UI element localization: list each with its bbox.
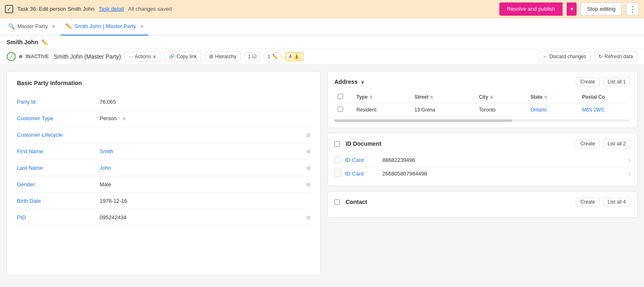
id-doc-type-2: ID Card <box>345 171 378 177</box>
actions-button[interactable]: ··· Actions ∨ <box>124 52 161 62</box>
warning-badge-icon: ⚠️ <box>293 54 300 59</box>
address-col-postal: Postal Co <box>579 91 630 103</box>
lifecycle-icon[interactable]: ⊞ <box>306 132 310 138</box>
contact-card-header: Contact Create List all 4 <box>334 197 630 206</box>
field-row-customer-type: Customer Type Person ∨ <box>17 110 310 127</box>
badge2-num: 1 <box>267 54 270 59</box>
gender-icon[interactable]: ⊞ <box>306 182 310 187</box>
tab-smith-john-master-party[interactable]: ✏️ Smith John | Master Party × <box>60 18 149 36</box>
contact-create-button[interactable]: Create <box>576 197 600 206</box>
pid-label: PID <box>17 214 100 221</box>
birth-date-label: Birth Date <box>17 198 100 204</box>
customer-type-value: Person ∨ <box>100 115 310 121</box>
actions-dots-icon: ··· <box>129 54 133 59</box>
address-col-type: Type ⇅ <box>353 91 411 103</box>
address-state-cell: Ontario <box>527 103 579 117</box>
address-col-state: State ⇅ <box>527 91 579 103</box>
discard-icon: ← <box>543 54 548 59</box>
id-doc-arrow-1[interactable]: › <box>628 157 630 163</box>
id-doc-select-all[interactable] <box>334 141 340 147</box>
edit-tab-icon: ✏️ <box>65 23 72 29</box>
field-row-customer-lifecycle: Customer Lifecycle ⊞ <box>17 127 310 143</box>
id-doc-num-2: 266805807984498 <box>382 171 624 177</box>
id-doc-row-1: ID Card 88682239496 › <box>334 153 630 167</box>
id-doc-check-2[interactable] <box>334 170 341 177</box>
address-list-button[interactable]: List all 1 <box>603 77 630 86</box>
main-content: Basic Party Information Party Id 76,065 … <box>0 64 644 282</box>
master-party-tab-close[interactable]: × <box>52 23 55 30</box>
resolve-publish-button[interactable]: Resolve and publish <box>499 2 563 16</box>
status-dot <box>19 55 22 58</box>
address-row-checkbox[interactable] <box>338 107 343 112</box>
pid-value: 095242434 ⊞ <box>100 214 310 221</box>
address-table: Type ⇅ Street ⇅ City ⇅ State <box>334 91 630 117</box>
top-bar: ✓ Task 36: Edit person Smith John Task d… <box>0 0 644 18</box>
address-card-title: Address ∨ <box>334 78 572 85</box>
street-sort-icon[interactable]: ⇅ <box>430 95 433 100</box>
address-row-check <box>334 103 353 117</box>
first-name-icon[interactable]: ⊞ <box>306 149 310 154</box>
birth-date-value: 1978-12-16 <box>100 198 310 204</box>
task-check-icon: ✓ <box>5 5 13 13</box>
hierarchy-button[interactable]: ⊞ Hierarchy <box>205 52 241 62</box>
id-doc-create-button[interactable]: Create <box>576 139 600 148</box>
party-id-value: 76,065 <box>100 99 310 105</box>
resolve-dropdown-button[interactable]: ▾ <box>567 2 577 16</box>
type-sort-icon[interactable]: ⇅ <box>369 95 372 100</box>
id-doc-card-title: ID Document <box>346 140 572 147</box>
city-sort-icon[interactable]: ⇅ <box>490 95 493 100</box>
circle-check-icon: ✓ <box>7 52 16 61</box>
task-detail-link[interactable]: Task detail <box>98 6 124 12</box>
address-postal-cell: M6S 2W5 <box>579 103 630 117</box>
last-name-icon[interactable]: ⊞ <box>306 165 310 171</box>
basic-info-title: Basic Party Information <box>17 80 310 86</box>
copy-link-button[interactable]: 🔗 Copy link <box>164 52 201 62</box>
address-select-all-checkbox[interactable] <box>338 94 343 99</box>
refresh-data-button[interactable]: ↻ Refresh data <box>594 52 637 62</box>
saved-label: All changes saved <box>128 6 172 12</box>
id-doc-list-button[interactable]: List all 2 <box>603 139 630 148</box>
address-create-button[interactable]: Create <box>576 77 600 86</box>
gender-value: Male ⊞ <box>100 181 310 187</box>
id-doc-card-header: ID Document Create List all 2 <box>334 139 630 148</box>
address-row: Resident: 13 Grena Toronto Ontario M6S 2… <box>334 103 630 117</box>
record-header: Smith John ✏️ <box>0 36 644 49</box>
badge3-num: 4 <box>289 54 292 59</box>
status-label: INACTIVE <box>26 54 49 59</box>
smith-john-tab-label: Smith John | Master Party <box>74 23 136 29</box>
record-edit-icon[interactable]: ✏️ <box>41 39 48 45</box>
field-row-gender: Gender Male ⊞ <box>17 176 310 193</box>
stop-editing-button[interactable]: Stop editing <box>581 2 622 16</box>
last-name-value: John ⊞ <box>100 165 310 171</box>
address-city-cell: Toronto <box>476 103 527 117</box>
field-row-birth-date: Birth Date 1978-12-16 <box>17 193 310 209</box>
party-id-label: Party Id <box>17 99 100 105</box>
right-panel: Address ∨ Create List all 1 Type ⇅ <box>327 71 637 275</box>
address-scroll-hint <box>334 119 630 122</box>
id-doc-num-1: 88682239496 <box>382 157 624 163</box>
first-name-value: Smith ⊞ <box>100 148 310 154</box>
state-sort-icon[interactable]: ⇅ <box>544 95 547 100</box>
id-doc-arrow-2[interactable]: › <box>628 170 630 177</box>
tab-master-party[interactable]: 🔍 Master Party × <box>3 18 60 36</box>
contact-select-all[interactable] <box>334 199 340 205</box>
contact-card: Contact Create List all 4 <box>327 191 637 218</box>
address-street-cell: 13 Grena <box>411 103 476 117</box>
pid-icon[interactable]: ⊞ <box>306 215 310 221</box>
address-chevron-icon[interactable]: ∨ <box>361 80 364 85</box>
customer-type-label: Customer Type <box>17 115 100 121</box>
contact-card-title: Contact <box>346 199 572 205</box>
hierarchy-icon: ⊞ <box>209 54 213 59</box>
customer-type-dropdown-icon[interactable]: ∨ <box>122 116 126 121</box>
gender-label: Gender <box>17 181 100 187</box>
actions-chevron-icon: ∨ <box>153 54 156 59</box>
address-col-check <box>334 91 353 103</box>
refresh-icon: ↻ <box>599 54 603 59</box>
discard-changes-button[interactable]: ← Discard changes <box>538 52 591 62</box>
record-name: Smith John <box>7 39 38 45</box>
more-options-button[interactable]: ⋮ <box>626 2 639 16</box>
contact-list-button[interactable]: List all 4 <box>603 197 630 206</box>
badge-warning: 4 ⚠️ <box>285 52 303 61</box>
smith-john-tab-close[interactable]: × <box>140 23 143 30</box>
id-doc-check-1[interactable] <box>334 157 341 163</box>
